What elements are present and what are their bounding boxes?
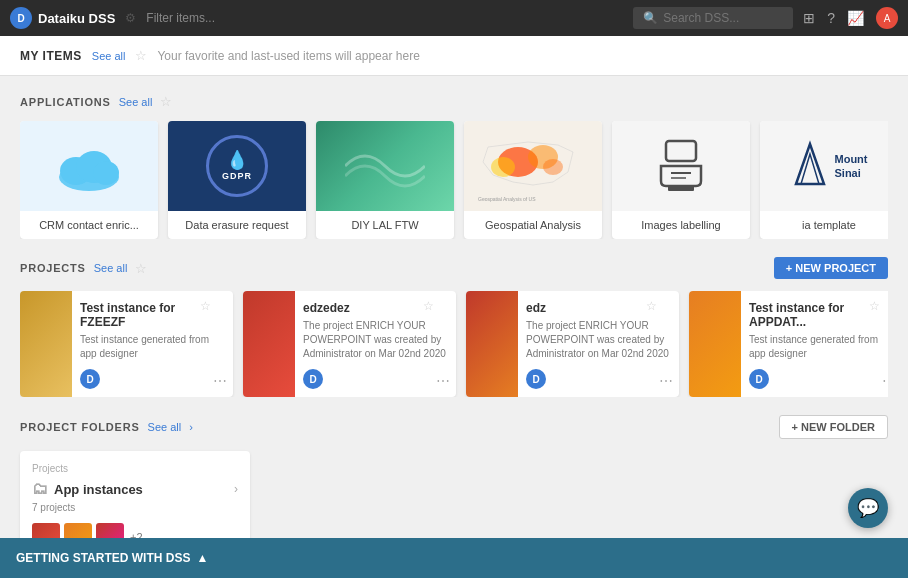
project-folders-see-all[interactable]: See all [148,421,182,433]
main-content: APPLICATIONS See all ☆ CRM contact enric… [0,76,908,578]
project-card-3[interactable]: edz ☆ The project ENRICH YOUR POWERPOINT… [466,291,679,397]
project-card-2-badge: D [303,369,323,389]
my-items-star-icon[interactable]: ☆ [135,48,147,63]
project-card-4-color [689,291,741,397]
project-card-3-dots[interactable]: ⋯ [659,373,673,389]
project-card-4[interactable]: Test instance for APPDAT... ☆ Test insta… [689,291,888,397]
projects-header: PROJECTS See all ☆ + NEW PROJECT [20,257,888,279]
app-card-images[interactable]: Images labelling [612,121,750,239]
applications-title: APPLICATIONS [20,96,111,108]
folder-count: 7 projects [32,502,238,513]
project-card-1-body: Test instance for FZEEZF ☆ Test instance… [72,291,233,397]
app-card-gdpr-img: 💧 GDPR [168,121,306,211]
app-card-crm[interactable]: CRM contact enric... [20,121,158,239]
project-card-2-color [243,291,295,397]
search-box[interactable]: 🔍 [633,7,793,29]
my-items-bar: MY ITEMS See all ☆ Your favorite and las… [0,36,908,76]
getting-started-button[interactable]: GETTING STARTED WITH DSS ▲ [16,551,208,565]
project-card-4-star[interactable]: ☆ [869,299,880,313]
app-card-ia-label: ia template [760,211,888,239]
project-card-1[interactable]: Test instance for FZEEZF ☆ Test instance… [20,291,233,397]
project-card-2-desc: The project ENRICH YOUR POWERPOINT was c… [303,319,448,361]
project-card-4-desc: Test instance generated from app designe… [749,333,888,361]
search-input[interactable] [663,11,773,25]
projects-header-right: + NEW PROJECT [774,257,888,279]
project-folders-header: PROJECT FOLDERS See all › + NEW FOLDER [20,415,888,439]
app-card-images-label: Images labelling [612,211,750,239]
new-project-button[interactable]: + NEW PROJECT [774,257,888,279]
applications-star-icon[interactable]: ☆ [160,94,172,109]
project-card-1-star[interactable]: ☆ [200,299,211,313]
help-icon[interactable]: ? [827,10,835,26]
nav-icons: ⊞ ? 📈 A [803,7,898,29]
applications-see-all[interactable]: See all [119,96,153,108]
mount-sinai-logo [791,139,829,194]
my-items-title: MY ITEMS [20,49,82,63]
projects-strip: Test instance for FZEEZF ☆ Test instance… [20,291,888,397]
project-card-3-color [466,291,518,397]
project-card-1-dots[interactable]: ⋯ [213,373,227,389]
project-card-1-desc: Test instance generated from app designe… [80,333,225,361]
app-card-crm-label: CRM contact enric... [20,211,158,239]
project-card-4-badge: D [749,369,769,389]
new-folder-button[interactable]: + NEW FOLDER [779,415,888,439]
apps-strip: CRM contact enric... 💧 GDPR Data erasure… [20,121,888,239]
stamp-icon [646,131,716,201]
app-card-diy[interactable]: DIY LAL FTW [316,121,454,239]
projects-title: PROJECTS [20,262,86,274]
project-folders-arrow: › [189,421,193,433]
project-card-4-title: Test instance for APPDAT... [749,301,888,329]
grid-icon[interactable]: ⊞ [803,10,815,26]
applications-header: APPLICATIONS See all ☆ [20,94,888,109]
chat-icon: 💬 [857,497,879,519]
project-folders-title: PROJECT FOLDERS [20,421,140,433]
projects-star-icon[interactable]: ☆ [135,261,147,276]
app-card-geo-label: Geospatial Analysis [464,211,602,239]
getting-started-label: GETTING STARTED WITH DSS [16,551,190,565]
bottom-bar: GETTING STARTED WITH DSS ▲ [0,538,908,578]
projects-section: PROJECTS See all ☆ + NEW PROJECT Test in… [20,257,888,397]
folder-name-row: 🗂 App instances › [32,480,238,498]
filter-text[interactable]: Filter items... [146,11,215,25]
project-card-3-star[interactable]: ☆ [646,299,657,313]
applications-section: APPLICATIONS See all ☆ CRM contact enric… [20,94,888,239]
project-card-4-dots[interactable]: ⋯ [882,373,888,389]
app-card-diy-img [316,121,454,211]
abstract-wave-icon [345,136,425,196]
project-card-2-dots[interactable]: ⋯ [436,373,450,389]
app-card-ia[interactable]: MountSinai ia template [760,121,888,239]
app-card-ia-img: MountSinai [760,121,888,211]
svg-point-8 [543,159,563,175]
chevron-up-icon: ▲ [196,551,208,565]
app-name: Dataiku DSS [38,11,115,26]
app-card-crm-img [20,121,158,211]
app-logo[interactable]: D Dataiku DSS [10,7,115,29]
project-card-3-body: edz ☆ The project ENRICH YOUR POWERPOINT… [518,291,679,397]
projects-see-all[interactable]: See all [94,262,128,274]
project-card-2[interactable]: edzedez ☆ The project ENRICH YOUR POWERP… [243,291,456,397]
my-items-see-all[interactable]: See all [92,50,126,62]
user-avatar[interactable]: A [876,7,898,29]
analytics-icon[interactable]: 📈 [847,10,864,26]
app-card-gdpr-label: Data erasure request [168,211,306,239]
my-items-placeholder: Your favorite and last-used items will a… [157,49,419,63]
folder-name-text: App instances [54,482,143,497]
project-card-2-star[interactable]: ☆ [423,299,434,313]
project-folders-header-right: + NEW FOLDER [779,415,888,439]
heatmap-icon: Geospatial Analysis of US [473,127,593,205]
app-card-geo-img: Geospatial Analysis of US [464,121,602,211]
app-card-geo[interactable]: Geospatial Analysis of US Geospatial Ana… [464,121,602,239]
svg-text:Geospatial Analysis of US: Geospatial Analysis of US [478,196,536,202]
app-card-diy-label: DIY LAL FTW [316,211,454,239]
folder-icon: 🗂 [32,480,48,498]
app-card-gdpr[interactable]: 💧 GDPR Data erasure request [168,121,306,239]
filter-icon: ⚙ [125,11,136,25]
folder-chevron-icon[interactable]: › [234,482,238,496]
svg-rect-10 [666,141,696,161]
logo-icon: D [10,7,32,29]
svg-rect-11 [668,186,694,191]
project-card-1-badge: D [80,369,100,389]
app-card-images-img [612,121,750,211]
svg-marker-14 [796,144,824,184]
chat-bubble[interactable]: 💬 [848,488,888,528]
